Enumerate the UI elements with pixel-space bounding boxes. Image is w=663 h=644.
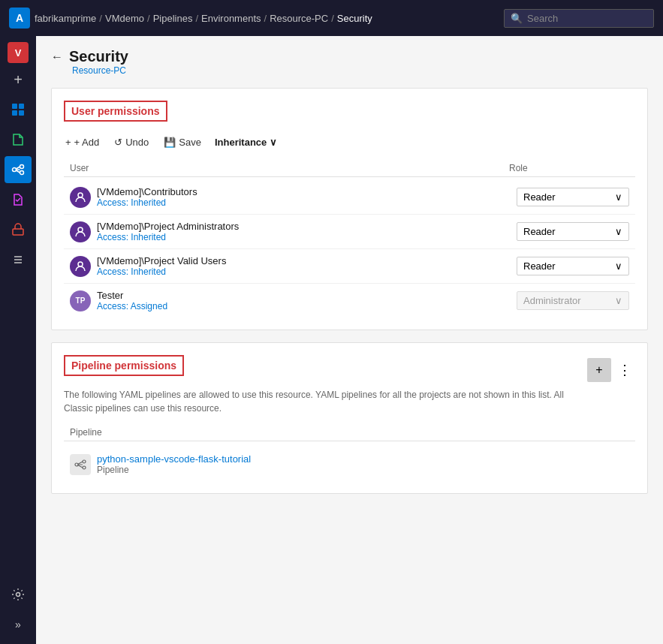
search-input[interactable] xyxy=(527,13,647,24)
pipeline-permissions-card: Pipeline permissions The following YAML … xyxy=(51,342,648,494)
table-row: TP Tester Access: Assigned Administrator… xyxy=(64,284,635,317)
role-dropdown-disabled: Administrator ∨ xyxy=(517,291,629,310)
sidebar-item-artifacts[interactable] xyxy=(5,216,32,243)
main-layout: V + xyxy=(0,36,663,644)
save-icon: 💾 xyxy=(164,137,176,148)
user-name: Tester xyxy=(97,290,167,301)
svg-rect-7 xyxy=(13,229,23,235)
add-button[interactable]: + + Add xyxy=(64,134,101,151)
sep5: / xyxy=(331,13,334,24)
breadcrumb-security[interactable]: Security xyxy=(337,13,372,24)
breadcrumb-vmdemo[interactable]: VMdemo xyxy=(105,13,144,24)
user-info: [VMdemo]\Project Valid Users Access: Inh… xyxy=(70,255,517,277)
sidebar: V + xyxy=(0,36,36,644)
user-name: [VMdemo]\Project Administrators xyxy=(97,221,239,232)
user-name: [VMdemo]\Contributors xyxy=(97,186,197,197)
sidebar-item-repos[interactable] xyxy=(5,126,32,153)
sidebar-item-collapse[interactable]: » xyxy=(5,611,32,638)
page-header: ← Security Resource-PC xyxy=(51,48,648,76)
content-area: ← Security Resource-PC User permissions … xyxy=(36,36,663,644)
svg-point-9 xyxy=(78,193,83,197)
table-header: User Role xyxy=(64,160,635,177)
avatar: TP xyxy=(70,290,91,311)
permissions-toolbar: + + Add ↺ Undo 💾 Save Inheritance ∨ xyxy=(64,134,635,151)
sep3: / xyxy=(195,13,198,24)
pipeline-info-text: The following YAML pipelines are allowed… xyxy=(64,388,587,415)
col-user-header: User xyxy=(70,163,509,173)
chevron-down-icon: ∨ xyxy=(615,191,622,203)
pipeline-more-button[interactable]: ⋮ xyxy=(614,360,635,381)
svg-point-13 xyxy=(83,460,86,463)
app-logo: A xyxy=(9,8,30,29)
avatar xyxy=(70,187,91,208)
table-row: [VMdemo]\Project Valid Users Access: Inh… xyxy=(64,249,635,284)
user-access: Access: Inherited xyxy=(97,197,197,208)
svg-point-8 xyxy=(17,593,20,597)
svg-point-4 xyxy=(13,168,17,172)
breadcrumb-resource-pc[interactable]: Resource-PC xyxy=(270,13,328,24)
user-access: Access: Inherited xyxy=(97,232,239,242)
user-details: [VMdemo]\Contributors Access: Inherited xyxy=(97,186,197,208)
pipeline-link[interactable]: python-sample-vscode-flask-tutorial xyxy=(97,453,251,465)
sep4: / xyxy=(264,13,267,24)
list-item: python-sample-vscode-flask-tutorial Pipe… xyxy=(64,447,635,481)
table-row: [VMdemo]\Project Administrators Access: … xyxy=(64,215,635,249)
avatar: V xyxy=(8,42,29,63)
sep1: / xyxy=(99,13,102,24)
svg-point-11 xyxy=(78,262,83,266)
save-button[interactable]: 💾 Save xyxy=(162,134,203,151)
breadcrumb-fabrikamprime[interactable]: fabrikamprime xyxy=(35,13,96,24)
chevron-down-icon: ∨ xyxy=(615,260,622,272)
role-dropdown[interactable]: Reader ∨ xyxy=(517,222,629,241)
breadcrumb: fabrikamprime / VMdemo / Pipelines / Env… xyxy=(35,13,372,24)
svg-rect-1 xyxy=(19,104,24,109)
user-access: Access: Assigned xyxy=(97,301,167,311)
chevron-down-icon: ∨ xyxy=(615,295,622,306)
svg-point-10 xyxy=(78,227,83,232)
user-details: [VMdemo]\Project Valid Users Access: Inh… xyxy=(97,255,226,277)
user-details: Tester Access: Assigned xyxy=(97,290,167,311)
sidebar-bottom: » xyxy=(5,581,32,638)
chevron-down-icon: ∨ xyxy=(270,137,277,148)
topbar: A fabrikamprime / VMdemo / Pipelines / E… xyxy=(0,0,663,36)
svg-point-6 xyxy=(20,171,24,175)
user-info: TP Tester Access: Assigned xyxy=(70,290,517,311)
back-button[interactable]: ← xyxy=(51,50,63,64)
user-permissions-card: User permissions + + Add ↺ Undo 💾 Save I… xyxy=(51,88,648,330)
svg-rect-0 xyxy=(12,104,17,109)
user-details: [VMdemo]\Project Administrators Access: … xyxy=(97,221,239,242)
inheritance-button[interactable]: Inheritance ∨ xyxy=(215,137,277,148)
user-name: [VMdemo]\Project Valid Users xyxy=(97,255,226,266)
pipeline-add-button[interactable]: + xyxy=(587,358,611,382)
search-box[interactable]: 🔍 xyxy=(504,9,654,28)
role-dropdown[interactable]: Reader ∨ xyxy=(517,188,629,206)
svg-point-12 xyxy=(75,463,78,466)
user-info: [VMdemo]\Project Administrators Access: … xyxy=(70,221,517,242)
add-icon: + xyxy=(65,137,71,148)
sidebar-item-boards[interactable] xyxy=(5,96,32,123)
svg-point-5 xyxy=(20,165,24,169)
user-info: [VMdemo]\Contributors Access: Inherited xyxy=(70,186,517,208)
sidebar-item-add[interactable]: + xyxy=(5,66,32,93)
user-access: Access: Inherited xyxy=(97,266,226,277)
avatar xyxy=(70,256,91,277)
avatar xyxy=(70,221,91,242)
table-row: [VMdemo]\Contributors Access: Inherited … xyxy=(64,180,635,215)
search-icon: 🔍 xyxy=(511,13,523,24)
sidebar-item-testplans[interactable] xyxy=(5,186,32,213)
breadcrumb-environments[interactable]: Environments xyxy=(201,13,261,24)
svg-rect-2 xyxy=(12,110,17,116)
col-role-header: Role xyxy=(509,163,629,173)
chevron-down-icon: ∨ xyxy=(615,226,622,237)
svg-point-14 xyxy=(83,466,86,469)
svg-rect-3 xyxy=(19,110,24,116)
sidebar-item-pipelines[interactable] xyxy=(5,156,32,183)
sidebar-item-settings[interactable] xyxy=(5,581,32,608)
role-dropdown[interactable]: Reader ∨ xyxy=(517,257,629,275)
sidebar-item-more[interactable] xyxy=(5,246,32,273)
pipeline-permissions-title: Pipeline permissions xyxy=(64,355,184,376)
breadcrumb-pipelines[interactable]: Pipelines xyxy=(153,13,193,24)
pipeline-table-header: Pipeline xyxy=(64,424,635,441)
undo-button[interactable]: ↺ Undo xyxy=(113,134,150,151)
pipeline-icon xyxy=(70,454,91,475)
